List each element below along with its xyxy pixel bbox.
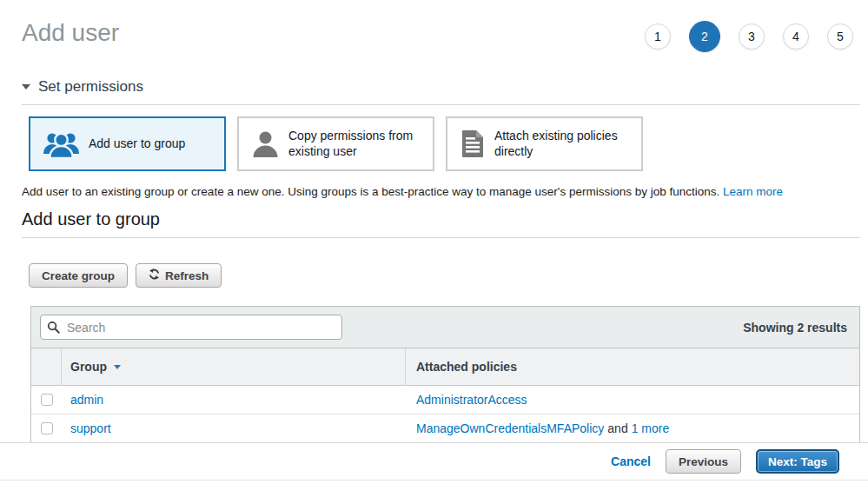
card-attach-policies[interactable]: Attach existing policies directly bbox=[446, 116, 643, 171]
refresh-button[interactable]: Refresh bbox=[136, 263, 222, 288]
collapse-caret-icon bbox=[22, 84, 30, 90]
search-icon bbox=[47, 321, 60, 337]
header-group-column[interactable]: Group bbox=[62, 348, 406, 385]
group-section-divider bbox=[22, 237, 860, 238]
group-link[interactable]: admin bbox=[70, 393, 103, 407]
sort-descending-icon bbox=[114, 365, 121, 369]
row-checkbox-cell bbox=[31, 394, 62, 406]
section-title: Set permissions bbox=[38, 78, 143, 96]
description-text: Add user to an existing group or create … bbox=[22, 185, 719, 198]
card-label: Copy permissions from existing user bbox=[288, 129, 424, 159]
permission-option-cards: Add user to group Copy permissions from … bbox=[29, 116, 868, 171]
step-4[interactable]: 4 bbox=[783, 23, 809, 50]
policy-document-icon bbox=[461, 129, 485, 158]
wizard-steps: 1 2 3 4 5 bbox=[645, 21, 853, 52]
policies-column-label: Attached policies bbox=[416, 360, 517, 374]
header-checkbox-cell bbox=[31, 348, 62, 385]
step-1[interactable]: 1 bbox=[645, 23, 671, 50]
step-5[interactable]: 5 bbox=[827, 23, 853, 50]
wizard-footer: Cancel Previous Next: Tags bbox=[0, 442, 868, 481]
row-checkbox[interactable] bbox=[41, 422, 53, 434]
table-body: admin AdministratorAccess support Manage… bbox=[31, 385, 859, 442]
card-label: Attach existing policies directly bbox=[494, 129, 633, 159]
next-tags-button[interactable]: Next: Tags bbox=[756, 449, 839, 474]
learn-more-link[interactable]: Learn more bbox=[723, 185, 783, 198]
previous-label: Previous bbox=[679, 455, 728, 468]
group-cell: admin bbox=[62, 393, 406, 407]
create-group-button[interactable]: Create group bbox=[29, 263, 128, 288]
single-user-icon bbox=[252, 130, 279, 158]
next-tags-label: Next: Tags bbox=[768, 455, 827, 468]
card-label: Add user to group bbox=[89, 136, 185, 152]
group-link[interactable]: support bbox=[70, 421, 111, 435]
refresh-label: Refresh bbox=[165, 269, 209, 282]
table-row-admin: admin AdministratorAccess bbox=[31, 385, 859, 414]
group-actions: Create group Refresh bbox=[29, 263, 868, 288]
group-cell: support bbox=[62, 421, 406, 435]
table-header-row: Group Attached policies bbox=[31, 348, 859, 385]
policy-link[interactable]: ManageOwnCredentialsMFAPolicy bbox=[416, 421, 604, 435]
section-description: Add user to an existing group or create … bbox=[22, 185, 846, 198]
search-input[interactable] bbox=[40, 315, 342, 340]
policy-joiner-text: and bbox=[607, 421, 627, 435]
results-count: Showing 2 results bbox=[743, 321, 847, 335]
step-2-active[interactable]: 2 bbox=[689, 21, 720, 52]
previous-button[interactable]: Previous bbox=[666, 449, 741, 474]
row-checkbox-cell bbox=[31, 422, 62, 434]
group-icon bbox=[43, 129, 79, 159]
group-column-label: Group bbox=[70, 360, 107, 374]
table-row-support: support ManageOwnCredentialsMFAPolicy an… bbox=[31, 414, 859, 442]
step-3[interactable]: 3 bbox=[739, 23, 765, 50]
set-permissions-section-header[interactable]: Set permissions bbox=[22, 78, 846, 96]
groups-table: Showing 2 results Group Attached policie… bbox=[30, 306, 860, 443]
card-copy-permissions[interactable]: Copy permissions from existing user bbox=[237, 116, 434, 171]
card-add-user-to-group[interactable]: Add user to group bbox=[29, 116, 226, 171]
create-group-label: Create group bbox=[42, 269, 115, 282]
group-section-title: Add user to group bbox=[22, 209, 846, 229]
header-policies-column: Attached policies bbox=[406, 348, 859, 385]
row-checkbox[interactable] bbox=[41, 394, 53, 406]
policies-cell: AdministratorAccess bbox=[406, 393, 859, 407]
section-divider bbox=[22, 104, 860, 105]
policy-link[interactable]: AdministratorAccess bbox=[416, 393, 527, 407]
refresh-icon bbox=[149, 269, 160, 282]
table-toolbar: Showing 2 results bbox=[31, 307, 859, 348]
search-box bbox=[40, 315, 342, 340]
cancel-link[interactable]: Cancel bbox=[611, 454, 651, 468]
policies-cell: ManageOwnCredentialsMFAPolicy and 1 more bbox=[406, 421, 859, 435]
policy-more-link[interactable]: 1 more bbox=[632, 421, 670, 435]
